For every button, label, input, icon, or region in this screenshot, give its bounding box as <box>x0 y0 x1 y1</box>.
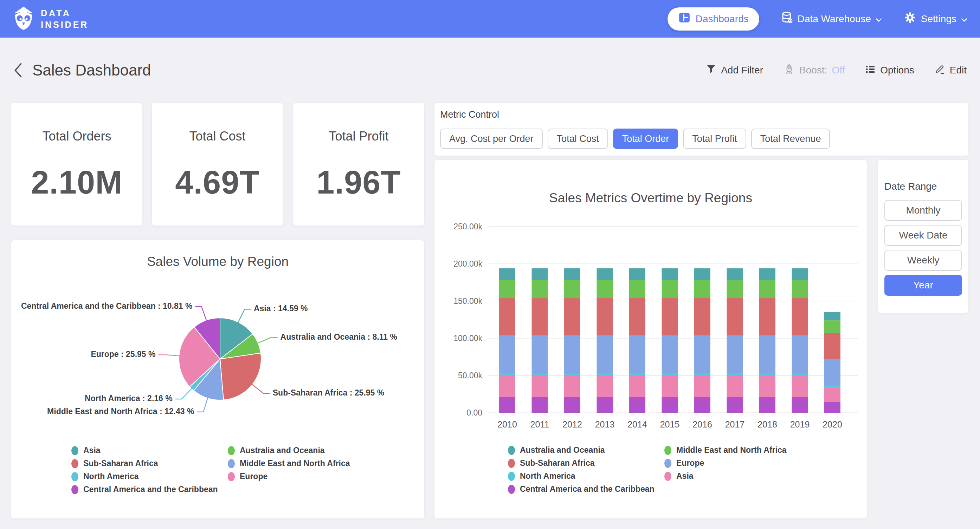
bar-segment-central-america-and-the-caribbean-2015[interactable] <box>662 397 678 413</box>
bar-segment-australia-and-oceania-2012[interactable] <box>564 268 580 280</box>
bar-segment-north-america-2012[interactable] <box>564 373 580 376</box>
legend-item-north-america[interactable]: North America <box>508 470 664 483</box>
bar-segment-australia-and-oceania-2011[interactable] <box>532 268 548 280</box>
bar-segment-central-america-and-the-caribbean-2011[interactable] <box>532 397 548 413</box>
legend-item-middle-east-and-north-africa[interactable]: Middle East and North Africa <box>228 457 384 470</box>
bar-segment-central-america-and-the-caribbean-2010[interactable] <box>499 397 515 413</box>
bar-segment-asia-2014[interactable] <box>629 376 645 397</box>
bar-segment-australia-and-oceania-2015[interactable] <box>662 268 678 280</box>
bar-segment-europe-2017[interactable] <box>727 335 743 373</box>
boost-toggle[interactable]: Boost: Off <box>784 63 845 78</box>
bar-segment-sub-saharan-africa-2020[interactable] <box>824 333 840 359</box>
bar-segment-asia-2010[interactable] <box>499 376 515 397</box>
bar-segment-asia-2012[interactable] <box>564 376 580 397</box>
bar-segment-australia-and-oceania-2014[interactable] <box>629 268 645 280</box>
date-range-option-weekly[interactable]: Weekly <box>885 250 962 271</box>
brand[interactable]: DATA INSIDER <box>13 6 89 32</box>
bar-segment-middle-east-and-north-africa-2019[interactable] <box>792 280 808 298</box>
bar-segment-central-america-and-the-caribbean-2019[interactable] <box>792 397 808 413</box>
bar-segment-north-america-2019[interactable] <box>792 373 808 376</box>
bar-segment-sub-saharan-africa-2013[interactable] <box>597 298 613 335</box>
date-range-option-monthly[interactable]: Monthly <box>885 200 962 221</box>
bar-segment-asia-2019[interactable] <box>792 376 808 397</box>
bar-segment-sub-saharan-africa-2014[interactable] <box>629 298 645 335</box>
nav-data-warehouse-button[interactable]: Data Warehouse <box>781 11 882 26</box>
bar-segment-europe-2014[interactable] <box>629 335 645 373</box>
legend-item-central-america-and-the-caribbean[interactable]: Central America and the Caribbean <box>72 483 228 496</box>
bar-segment-europe-2020[interactable] <box>824 359 840 385</box>
bar-segment-north-america-2015[interactable] <box>662 373 678 376</box>
back-button[interactable] <box>13 62 23 78</box>
bar-segment-sub-saharan-africa-2016[interactable] <box>694 298 710 335</box>
bar-segment-australia-and-oceania-2017[interactable] <box>727 268 743 280</box>
bar-segment-australia-and-oceania-2010[interactable] <box>499 268 515 280</box>
legend-item-central-america-and-the-caribbean[interactable]: Central America and the Caribbean <box>508 483 664 496</box>
bar-segment-middle-east-and-north-africa-2010[interactable] <box>499 280 515 298</box>
bar-segment-middle-east-and-north-africa-2018[interactable] <box>759 280 775 298</box>
bar-segment-middle-east-and-north-africa-2017[interactable] <box>727 280 743 298</box>
legend-item-sub-saharan-africa[interactable]: Sub-Saharan Africa <box>508 457 664 470</box>
bar-segment-north-america-2013[interactable] <box>597 373 613 376</box>
bar-segment-central-america-and-the-caribbean-2020[interactable] <box>824 402 840 413</box>
metric-option-total-revenue[interactable]: Total Revenue <box>751 129 830 149</box>
bar-segment-central-america-and-the-caribbean-2016[interactable] <box>694 397 710 413</box>
bar-segment-north-america-2010[interactable] <box>499 373 515 376</box>
bar-segment-middle-east-and-north-africa-2013[interactable] <box>597 280 613 298</box>
bar-segment-central-america-and-the-caribbean-2012[interactable] <box>564 397 580 413</box>
edit-button[interactable]: Edit <box>935 64 967 77</box>
bar-segment-asia-2011[interactable] <box>532 376 548 397</box>
bar-segment-asia-2017[interactable] <box>727 376 743 397</box>
bar-segment-sub-saharan-africa-2012[interactable] <box>564 298 580 335</box>
bar-segment-europe-2015[interactable] <box>662 335 678 373</box>
bar-segment-north-america-2011[interactable] <box>532 373 548 376</box>
date-range-option-year[interactable]: Year <box>885 275 962 296</box>
legend-item-australia-and-oceania[interactable]: Australia and Oceania <box>508 444 664 457</box>
add-filter-button[interactable]: Add Filter <box>706 64 763 77</box>
bar-segment-north-america-2016[interactable] <box>694 373 710 376</box>
legend-item-europe[interactable]: Europe <box>228 470 384 483</box>
bar-segment-sub-saharan-africa-2019[interactable] <box>792 298 808 335</box>
metric-option-total-cost[interactable]: Total Cost <box>548 129 608 149</box>
bar-segment-australia-and-oceania-2018[interactable] <box>759 268 775 280</box>
bar-segment-europe-2010[interactable] <box>499 335 515 373</box>
bar-segment-middle-east-and-north-africa-2020[interactable] <box>824 320 840 333</box>
bar-segment-asia-2015[interactable] <box>662 376 678 397</box>
bar-segment-australia-and-oceania-2016[interactable] <box>694 268 710 280</box>
bar-segment-north-america-2014[interactable] <box>629 373 645 376</box>
metric-option-total-order[interactable]: Total Order <box>613 129 678 149</box>
bar-segment-sub-saharan-africa-2017[interactable] <box>727 298 743 335</box>
legend-item-asia[interactable]: Asia <box>664 470 821 483</box>
legend-item-australia-and-oceania[interactable]: Australia and Oceania <box>228 444 384 457</box>
legend-item-asia[interactable]: Asia <box>72 444 228 457</box>
bar-segment-middle-east-and-north-africa-2011[interactable] <box>532 280 548 298</box>
legend-item-middle-east-and-north-africa[interactable]: Middle East and North Africa <box>664 444 821 457</box>
bar-segment-australia-and-oceania-2013[interactable] <box>597 268 613 280</box>
bar-segment-middle-east-and-north-africa-2014[interactable] <box>629 280 645 298</box>
bar-segment-asia-2013[interactable] <box>597 376 613 397</box>
bar-segment-europe-2011[interactable] <box>532 335 548 373</box>
options-button[interactable]: Options <box>865 64 914 77</box>
nav-dashboards-button[interactable]: Dashboards <box>668 7 759 30</box>
bar-segment-sub-saharan-africa-2015[interactable] <box>662 298 678 335</box>
legend-item-europe[interactable]: Europe <box>664 457 821 470</box>
legend-item-sub-saharan-africa[interactable]: Sub-Saharan Africa <box>72 457 228 470</box>
bar-segment-asia-2018[interactable] <box>759 376 775 397</box>
bar-segment-asia-2016[interactable] <box>694 376 710 397</box>
bar-segment-middle-east-and-north-africa-2016[interactable] <box>694 280 710 298</box>
bar-segment-australia-and-oceania-2020[interactable] <box>824 312 840 320</box>
bar-segment-middle-east-and-north-africa-2012[interactable] <box>564 280 580 298</box>
bar-segment-north-america-2020[interactable] <box>824 385 840 387</box>
bar-segment-europe-2018[interactable] <box>759 335 775 373</box>
bar-segment-middle-east-and-north-africa-2015[interactable] <box>662 280 678 298</box>
bar-segment-central-america-and-the-caribbean-2018[interactable] <box>759 397 775 413</box>
bar-segment-australia-and-oceania-2019[interactable] <box>792 268 808 280</box>
bar-segment-sub-saharan-africa-2018[interactable] <box>759 298 775 335</box>
metric-option-total-profit[interactable]: Total Profit <box>683 129 746 149</box>
bar-segment-asia-2020[interactable] <box>824 387 840 402</box>
bar-segment-central-america-and-the-caribbean-2017[interactable] <box>727 397 743 413</box>
bar-segment-central-america-and-the-caribbean-2014[interactable] <box>629 397 645 413</box>
date-range-option-week-date[interactable]: Week Date <box>885 225 962 246</box>
bar-segment-sub-saharan-africa-2011[interactable] <box>532 298 548 335</box>
pie-slice-sub-saharan-africa[interactable] <box>220 353 261 400</box>
bar-segment-sub-saharan-africa-2010[interactable] <box>499 298 515 335</box>
